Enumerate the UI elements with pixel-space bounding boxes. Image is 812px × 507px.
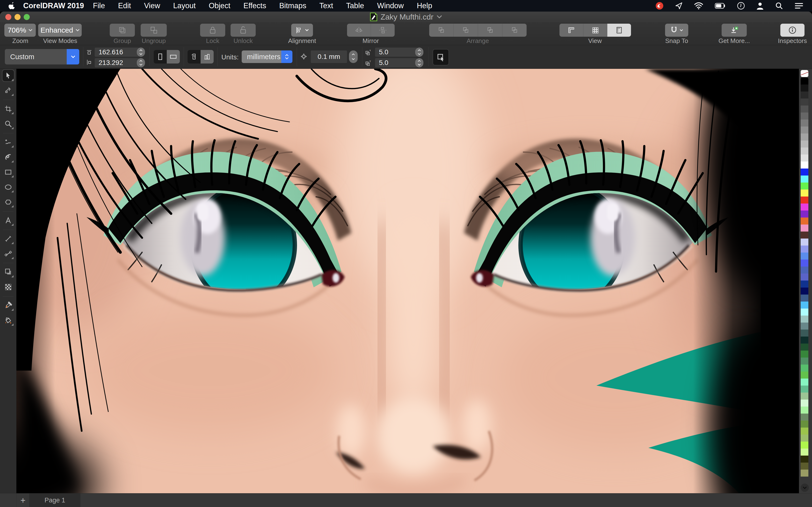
title-chevron-icon[interactable] xyxy=(437,15,442,18)
duplicate-y-field[interactable]: 5.0 xyxy=(375,58,418,67)
crop-tool[interactable] xyxy=(2,103,14,115)
get-more-button[interactable] xyxy=(722,24,747,37)
zoom-window-button[interactable] xyxy=(24,14,30,20)
portrait-button[interactable] xyxy=(154,50,167,63)
color-swatch[interactable] xyxy=(801,469,808,476)
color-swatch[interactable] xyxy=(801,140,808,148)
units-dropdown[interactable]: millimeters xyxy=(242,50,292,63)
nudge-distance-field[interactable]: 0.1 mm xyxy=(311,50,347,63)
color-swatch[interactable] xyxy=(801,148,808,155)
view-grid-button[interactable] xyxy=(583,24,607,37)
menu-item-layout[interactable]: Layout xyxy=(167,1,202,10)
color-swatch[interactable] xyxy=(801,106,808,113)
color-swatch[interactable] xyxy=(801,175,808,182)
page-height-spinner[interactable] xyxy=(137,58,145,67)
mirror-horizontal-button[interactable] xyxy=(347,24,371,37)
color-swatch[interactable] xyxy=(801,463,808,469)
arrange-to-back-button[interactable] xyxy=(502,24,526,37)
menu-item-file[interactable]: File xyxy=(87,1,112,10)
user-icon[interactable] xyxy=(756,2,764,10)
color-swatch[interactable] xyxy=(801,406,808,413)
view-rulers-button[interactable] xyxy=(559,24,583,37)
apply-current-page-button[interactable] xyxy=(201,50,214,63)
search-icon[interactable] xyxy=(775,2,783,10)
color-swatch[interactable] xyxy=(801,372,808,379)
polygon-tool[interactable] xyxy=(2,196,14,208)
transparency-tool[interactable] xyxy=(2,281,14,293)
color-swatch[interactable] xyxy=(801,428,808,435)
color-swatch[interactable] xyxy=(801,294,808,301)
page-tab[interactable]: Page 1 xyxy=(29,494,81,507)
color-swatch[interactable] xyxy=(801,274,808,281)
color-swatch[interactable] xyxy=(801,84,808,92)
artistic-media-tool[interactable] xyxy=(2,151,14,163)
trend-micro-icon[interactable] xyxy=(655,2,664,10)
color-swatch[interactable] xyxy=(801,162,808,169)
color-swatch[interactable] xyxy=(801,357,808,364)
snap-to-dropdown[interactable] xyxy=(665,24,688,37)
color-swatch[interactable] xyxy=(801,189,808,196)
color-swatch[interactable] xyxy=(801,442,808,449)
menu-item-help[interactable]: Help xyxy=(410,1,439,10)
drawing-canvas[interactable] xyxy=(16,69,799,493)
menu-item-object[interactable]: Object xyxy=(202,1,237,10)
shape-tool[interactable] xyxy=(2,85,14,96)
landscape-button[interactable] xyxy=(167,50,180,63)
color-swatch[interactable] xyxy=(801,119,808,126)
ellipse-tool[interactable] xyxy=(2,181,14,193)
minimize-window-button[interactable] xyxy=(14,14,20,20)
mirror-vertical-button[interactable] xyxy=(371,24,395,37)
palette-more-button[interactable] xyxy=(801,484,809,492)
swatch-none[interactable] xyxy=(801,70,808,77)
color-swatch[interactable] xyxy=(801,99,808,106)
menu-item-view[interactable]: View xyxy=(138,1,167,10)
app-name[interactable]: CorelDRAW 2019 xyxy=(23,1,84,10)
color-swatch[interactable] xyxy=(801,225,808,231)
arrange-back-one-button[interactable] xyxy=(478,24,502,37)
color-swatch[interactable] xyxy=(801,456,808,463)
color-swatch[interactable] xyxy=(801,301,808,308)
inspectors-button[interactable] xyxy=(780,24,805,37)
zoom-tool[interactable] xyxy=(2,118,14,130)
arrange-forward-one-button[interactable] xyxy=(454,24,478,37)
color-swatch[interactable] xyxy=(801,386,808,393)
color-swatch[interactable] xyxy=(801,260,808,267)
color-swatch[interactable] xyxy=(801,337,808,344)
arrange-to-front-button[interactable] xyxy=(429,24,454,37)
apply-all-pages-button[interactable] xyxy=(188,50,201,63)
color-swatch[interactable] xyxy=(801,350,808,357)
view-mode-dropdown[interactable]: Enhanced xyxy=(38,24,82,37)
drop-shadow-tool[interactable] xyxy=(2,266,14,278)
color-swatch[interactable] xyxy=(801,196,808,204)
color-swatch[interactable] xyxy=(801,393,808,400)
group-button[interactable] xyxy=(110,24,135,37)
location-icon[interactable] xyxy=(675,2,682,9)
alignment-button[interactable] xyxy=(291,24,313,37)
freehand-tool[interactable] xyxy=(2,136,14,148)
nudge-spinner[interactable] xyxy=(349,50,358,63)
color-swatch[interactable] xyxy=(801,77,808,84)
clock-icon[interactable] xyxy=(737,2,745,10)
page-width-spinner[interactable] xyxy=(137,48,145,57)
rectangle-tool[interactable] xyxy=(2,166,14,178)
close-window-button[interactable] xyxy=(5,14,11,20)
color-swatch[interactable] xyxy=(801,400,808,406)
wifi-icon[interactable] xyxy=(694,2,703,9)
color-swatch[interactable] xyxy=(801,379,808,386)
color-swatch[interactable] xyxy=(801,344,808,350)
view-page-border-button[interactable] xyxy=(607,24,631,37)
color-swatch[interactable] xyxy=(801,413,808,420)
battery-icon[interactable] xyxy=(715,3,725,9)
color-swatch[interactable] xyxy=(801,238,808,245)
zoom-level-dropdown[interactable]: 706% xyxy=(4,24,36,37)
color-swatch[interactable] xyxy=(801,308,808,316)
color-swatch[interactable] xyxy=(801,267,808,274)
color-swatch[interactable] xyxy=(801,288,808,294)
color-swatch[interactable] xyxy=(801,133,808,140)
connector-tool[interactable] xyxy=(2,248,14,260)
duplicate-x-field[interactable]: 5.0 xyxy=(375,48,418,57)
unlock-button[interactable] xyxy=(231,24,256,37)
page-width-field[interactable]: 162.616 xyxy=(95,48,139,57)
menu-item-table[interactable]: Table xyxy=(340,1,370,10)
color-swatch[interactable] xyxy=(801,435,808,442)
